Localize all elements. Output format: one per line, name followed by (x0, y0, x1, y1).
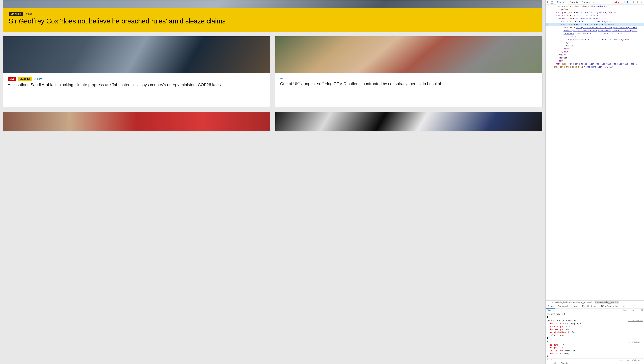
category-link[interactable]: Politics (25, 12, 33, 15)
tile-headline[interactable]: One of UK's longest-suffering COVID pati… (280, 82, 538, 86)
live-badge: Live (8, 77, 16, 81)
tile-image (3, 112, 270, 131)
category-link[interactable]: Climate (34, 78, 42, 80)
tab-dom-breakpoints[interactable]: DOM Breakpoints (599, 304, 620, 308)
inspect-icon[interactable] (546, 1, 549, 4)
kebab-icon[interactable]: ⋮ (636, 1, 639, 4)
dom-tree[interactable]: ink" data-type data-role="load-more-item… (545, 5, 644, 300)
article-tile[interactable]: UK One of UK's longest-suffering COVID p… (275, 36, 542, 107)
tile-image (275, 112, 542, 131)
article-tile[interactable] (275, 112, 542, 131)
tile-image (275, 36, 542, 73)
cls-button[interactable]: .cls (629, 309, 635, 312)
breaking-badge: Breaking (18, 77, 32, 81)
device-icon[interactable] (550, 1, 554, 4)
hero-tile[interactable]: Breaking Politics Sir Geoffrey Cox 'does… (3, 0, 542, 32)
tab-event-listeners[interactable]: Event Listeners (580, 304, 599, 308)
tab-console[interactable]: Console (568, 0, 579, 4)
more-tabs-icon[interactable]: » (620, 304, 626, 308)
tab-computed[interactable]: Computed (555, 304, 569, 308)
tile-image (3, 36, 270, 73)
devtools-toolbar: Elements Console Sources » 8 ▲1 3 ⋮ ✕ (545, 0, 644, 5)
sidebar-toggle-icon[interactable] (640, 309, 643, 312)
gear-icon[interactable] (632, 1, 635, 4)
news-page: Breaking Politics Sir Geoffrey Cox 'does… (0, 0, 545, 364)
more-tabs-icon[interactable]: » (592, 1, 595, 4)
hero-image (3, 0, 542, 8)
styles-filter-bar: :hov .cls + (545, 309, 644, 312)
error-counter[interactable]: 8 ▲1 (614, 1, 624, 4)
svg-rect-1 (552, 2, 553, 3)
tab-styles[interactable]: Styles (545, 304, 555, 308)
close-icon[interactable]: ✕ (640, 1, 643, 4)
styles-tabs: Styles Computed Layout Event Listeners D… (545, 304, 644, 309)
category-link[interactable]: UK (280, 77, 284, 80)
styles-panel[interactable]: element.style { } _tile.scss:93 .sdc-sit… (545, 312, 644, 364)
filter-input[interactable] (546, 309, 620, 312)
selected-dom-node[interactable]: … ▾<h3 class="sdc-site-tile__headline"> … (545, 23, 644, 26)
svg-point-2 (633, 2, 634, 3)
breadcrumb[interactable]: … v.sdc-site-tile_body div.sdc-site-tile… (545, 300, 644, 304)
tab-sources[interactable]: Sources (580, 0, 591, 4)
devtools-panel: Elements Console Sources » 8 ▲1 3 ⋮ ✕ in… (545, 0, 644, 364)
hov-button[interactable]: :hov (622, 309, 627, 312)
breaking-badge: Breaking (9, 12, 23, 16)
source-link[interactable]: _start.scss:5 (628, 341, 643, 344)
tab-elements[interactable]: Elements (556, 0, 567, 4)
article-tile[interactable] (3, 112, 270, 131)
add-rule-button[interactable]: + (636, 309, 638, 312)
hero-headline[interactable]: Sir Geoffrey Cox 'does not believe he br… (9, 17, 537, 25)
svg-rect-3 (640, 309, 642, 311)
issues-counter[interactable]: 3 (625, 1, 631, 4)
article-tile[interactable]: Live Breaking Climate Accusations Saudi … (3, 36, 270, 107)
source-link[interactable]: _tile.scss:93 (628, 320, 643, 322)
tile-headline[interactable]: Accusations Saudi Arabia is blocking cli… (8, 82, 265, 87)
tab-layout[interactable]: Layout (569, 304, 580, 308)
